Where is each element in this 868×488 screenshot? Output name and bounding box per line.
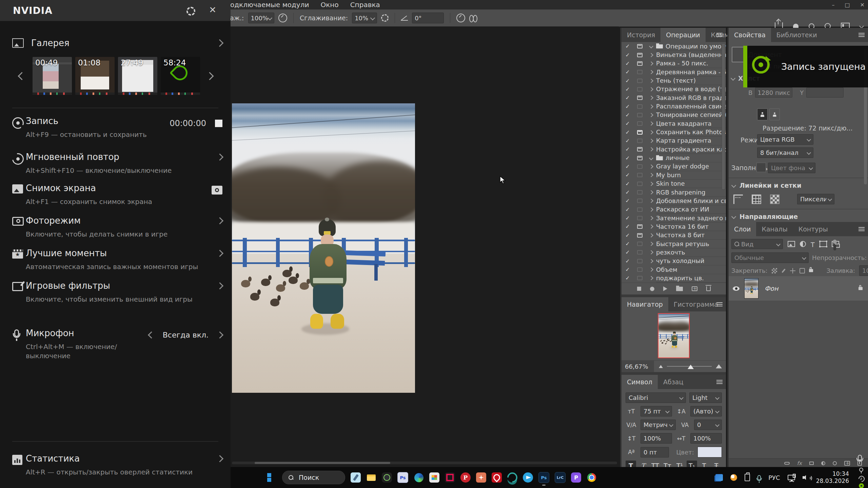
action-row[interactable]: Тень (текст) xyxy=(622,76,726,85)
nvidia-menu-item[interactable]: Мгновенный повтор Alt+Shift+F10 — включе… xyxy=(12,152,224,175)
lock-position-icon[interactable] xyxy=(790,268,795,273)
taskbar-app-icon[interactable] xyxy=(445,472,455,483)
taskbar-app-icon[interactable] xyxy=(476,472,486,483)
action-dialog-toggle[interactable] xyxy=(634,190,646,195)
action-row[interactable]: Частотка 16 бит xyxy=(622,222,726,231)
action-label[interactable]: Тонирование сепией (слой) xyxy=(656,110,726,119)
action-label[interactable]: Частотка 8 бит xyxy=(656,231,726,240)
action-expand-icon[interactable] xyxy=(646,148,656,151)
action-label[interactable]: Настройка краски клониро... xyxy=(656,145,726,154)
action-dialog-toggle[interactable] xyxy=(634,104,646,109)
scrollbar-thumb[interactable] xyxy=(255,462,390,464)
portrait-orientation-button[interactable] xyxy=(757,108,768,120)
bit-depth-select[interactable]: 8 бит/канал xyxy=(757,147,813,158)
action-check-icon[interactable] xyxy=(622,198,634,204)
action-expand-icon[interactable] xyxy=(646,242,656,245)
action-expand-icon[interactable] xyxy=(646,54,656,57)
font-style-select[interactable]: Light xyxy=(689,392,722,403)
action-row[interactable]: чуть холодный xyxy=(622,257,726,265)
action-check-icon[interactable] xyxy=(622,215,634,221)
taskbar-app-icon[interactable]: P xyxy=(571,472,581,483)
filter-toggle[interactable] xyxy=(832,240,837,251)
panel-tab[interactable]: Каналы xyxy=(756,222,793,236)
action-expand-icon[interactable] xyxy=(646,217,656,220)
layer-thumbnail[interactable] xyxy=(744,278,758,299)
start-button[interactable] xyxy=(267,472,277,483)
take-screenshot-icon[interactable] xyxy=(212,186,222,195)
taskbar-app-icon[interactable] xyxy=(414,472,424,483)
action-check-icon[interactable] xyxy=(622,120,634,127)
taskbar-app-icon[interactable] xyxy=(492,472,502,483)
font-family-select[interactable]: Calibri xyxy=(626,392,686,403)
layer-row-background[interactable]: Фон xyxy=(729,276,868,301)
layer-mask-icon[interactable] xyxy=(809,462,814,465)
action-check-icon[interactable] xyxy=(622,112,634,118)
new-set-folder-icon[interactable] xyxy=(676,287,683,291)
zoom-slider-thumb[interactable] xyxy=(688,365,694,369)
action-row[interactable]: Рамка - 50 пикс. xyxy=(622,59,726,68)
actions-scrollbar[interactable] xyxy=(722,43,725,190)
kerning-select[interactable]: Метрически xyxy=(640,420,676,430)
play-icon[interactable] xyxy=(663,286,667,291)
action-expand-icon[interactable] xyxy=(646,199,656,202)
action-expand-icon[interactable] xyxy=(646,139,656,142)
action-dialog-toggle[interactable] xyxy=(634,224,646,229)
action-check-icon[interactable] xyxy=(622,189,634,196)
action-check-icon[interactable] xyxy=(622,43,634,49)
action-dialog-toggle[interactable] xyxy=(634,44,646,48)
document-photo[interactable] xyxy=(232,103,415,393)
panel-tab[interactable]: Навигатор xyxy=(622,297,668,311)
action-check-icon[interactable] xyxy=(622,86,634,93)
action-label[interactable]: Объем xyxy=(656,265,726,274)
action-dialog-toggle[interactable] xyxy=(634,242,646,246)
taskbar-app-icon[interactable] xyxy=(351,472,361,483)
new-group-icon[interactable] xyxy=(833,461,837,465)
action-row[interactable]: Объем xyxy=(622,265,726,274)
new-layer-icon[interactable] xyxy=(844,461,850,466)
menu-item[interactable]: Справка xyxy=(350,1,380,9)
pen-pressure-icon[interactable] xyxy=(278,14,287,22)
rulers-grids-header[interactable]: Линейки и сетки xyxy=(732,182,802,189)
location-indicator-icon[interactable] xyxy=(859,468,863,472)
stop-recording-icon[interactable] xyxy=(215,120,222,127)
action-row[interactable]: Добовляем блики и свет xyxy=(622,197,726,205)
nvidia-tray-record-icon[interactable] xyxy=(859,483,864,488)
action-dialog-toggle[interactable] xyxy=(634,276,646,280)
filter-image-layers-icon[interactable] xyxy=(788,241,795,247)
action-dialog-toggle[interactable] xyxy=(634,173,646,177)
action-dialog-toggle[interactable] xyxy=(634,207,646,212)
layer-name[interactable]: Фон xyxy=(765,285,859,292)
action-expand-icon[interactable] xyxy=(646,165,656,168)
action-check-icon[interactable] xyxy=(622,60,634,67)
panel-tab[interactable]: История xyxy=(622,28,660,42)
action-dialog-toggle[interactable] xyxy=(634,96,646,100)
action-expand-icon[interactable] xyxy=(646,268,656,271)
action-row[interactable]: Карта градиента xyxy=(622,137,726,145)
action-dialog-toggle[interactable] xyxy=(634,147,646,151)
action-dialog-toggle[interactable] xyxy=(634,87,646,92)
action-label[interactable]: Карта градиента xyxy=(656,136,726,145)
action-row[interactable]: Gray layer dodge xyxy=(622,162,726,171)
close-button[interactable]: ✕ xyxy=(860,2,865,8)
action-row[interactable]: Настройка краски клониро... xyxy=(622,145,726,154)
maximize-button[interactable]: □ xyxy=(845,2,850,8)
tray-sync-icon[interactable] xyxy=(730,474,737,481)
taskbar-app-icon[interactable]: LrC xyxy=(555,472,566,483)
lock-transparency-icon[interactable] xyxy=(772,268,777,273)
action-check-icon[interactable] xyxy=(622,163,634,170)
baseline-shift-input[interactable]: 0 пт xyxy=(640,447,669,458)
filter-shape-layers-icon[interactable] xyxy=(820,241,827,247)
rulers-icon[interactable] xyxy=(733,195,743,204)
smoothing-gear-icon[interactable] xyxy=(381,14,389,22)
action-row[interactable]: личные xyxy=(622,154,726,162)
action-check-icon[interactable] xyxy=(622,223,634,230)
action-dialog-toggle[interactable] xyxy=(634,79,646,83)
action-expand-icon[interactable] xyxy=(646,260,656,263)
action-check-icon[interactable] xyxy=(622,78,634,84)
action-row[interactable]: Отражение в воде (текст) xyxy=(622,85,726,94)
taskbar-app-icon[interactable] xyxy=(507,472,517,483)
layer-visibility-eye-icon[interactable] xyxy=(733,286,739,291)
action-dialog-toggle[interactable] xyxy=(634,250,646,255)
stop-icon[interactable] xyxy=(637,287,641,291)
airbrush-icon[interactable] xyxy=(456,14,465,22)
